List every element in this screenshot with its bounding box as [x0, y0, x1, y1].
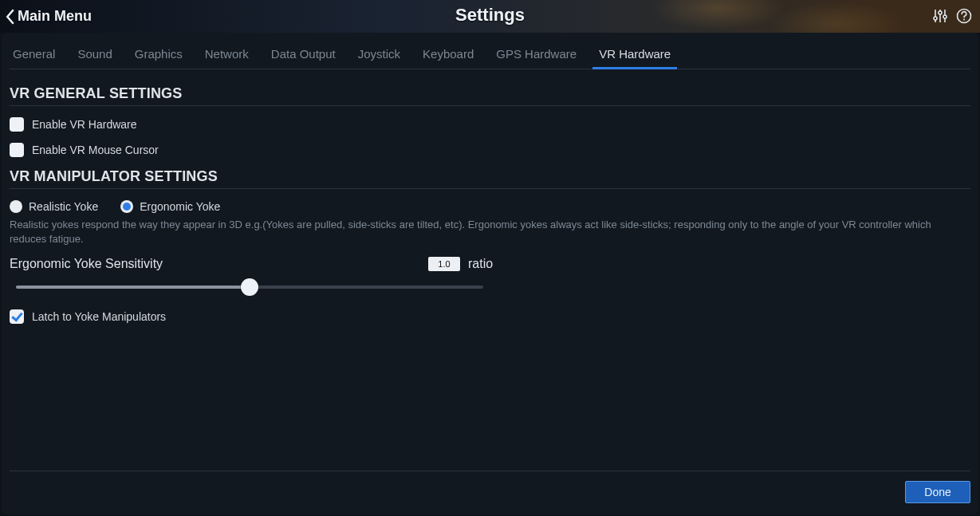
sensitivity-title: Ergonomic Yoke Sensitivity — [10, 257, 428, 271]
tab-network[interactable]: Network — [203, 42, 250, 69]
tab-graphics[interactable]: Graphics — [133, 42, 184, 69]
tab-sound[interactable]: Sound — [76, 42, 113, 69]
yoke-description: Realistic yokes respond the way they app… — [10, 218, 970, 246]
tab-joystick[interactable]: Joystick — [356, 42, 402, 69]
radio-indicator — [10, 200, 22, 213]
section-title-vr-manipulator: VR MANIPULATOR SETTINGS — [10, 168, 970, 185]
svg-point-7 — [963, 19, 965, 21]
checkbox-latch-yoke[interactable] — [10, 309, 24, 324]
header-icons — [932, 8, 972, 24]
footer: Done — [10, 471, 970, 503]
row-enable-vr-hardware: Enable VR Hardware — [10, 117, 970, 132]
svg-point-5 — [943, 15, 947, 18]
sliders-icon[interactable] — [932, 8, 948, 24]
sensitivity-value-input[interactable] — [428, 257, 460, 271]
tab-general[interactable]: General — [11, 42, 57, 69]
label-enable-vr-hardware: Enable VR Hardware — [32, 118, 137, 131]
window-header: Main Menu Settings — [0, 0, 980, 33]
tab-keyboard[interactable]: Keyboard — [421, 42, 475, 69]
sensitivity-row: Ergonomic Yoke Sensitivity ratio — [10, 257, 970, 295]
radio-indicator — [120, 200, 133, 213]
section-title-vr-general: VR GENERAL SETTINGS — [10, 85, 970, 102]
label-enable-vr-cursor: Enable VR Mouse Cursor — [32, 144, 159, 156]
done-button[interactable]: Done — [905, 481, 970, 503]
svg-point-3 — [934, 17, 937, 20]
tab-gps-hardware[interactable]: GPS Hardware — [494, 42, 578, 69]
slider-fill — [16, 286, 250, 289]
checkbox-enable-vr-cursor[interactable] — [10, 143, 24, 157]
svg-point-4 — [939, 11, 942, 14]
section-divider — [10, 188, 970, 189]
content-panel: General Sound Graphics Network Data Outp… — [2, 33, 978, 514]
radio-realistic-yoke[interactable]: Realistic Yoke — [10, 200, 98, 213]
sensitivity-slider[interactable] — [16, 279, 483, 295]
yoke-mode-radio-group: Realistic Yoke Ergonomic Yoke — [10, 200, 970, 213]
row-enable-vr-cursor: Enable VR Mouse Cursor — [10, 143, 970, 157]
row-latch-yoke: Latch to Yoke Manipulators — [10, 309, 970, 324]
radio-ergonomic-yoke[interactable]: Ergonomic Yoke — [120, 200, 220, 213]
tab-vr-hardware[interactable]: VR Hardware — [597, 42, 672, 69]
checkbox-enable-vr-hardware[interactable] — [10, 117, 24, 132]
slider-thumb[interactable] — [241, 278, 258, 296]
radio-label-realistic: Realistic Yoke — [29, 200, 98, 213]
tab-data-output[interactable]: Data Output — [270, 42, 337, 69]
page-title: Settings — [0, 5, 980, 26]
sensitivity-unit: ratio — [468, 257, 493, 271]
help-icon[interactable] — [956, 8, 972, 24]
label-latch-yoke: Latch to Yoke Manipulators — [32, 310, 166, 323]
radio-label-ergonomic: Ergonomic Yoke — [140, 200, 220, 213]
settings-tabs: General Sound Graphics Network Data Outp… — [10, 39, 970, 69]
section-divider — [10, 105, 970, 106]
